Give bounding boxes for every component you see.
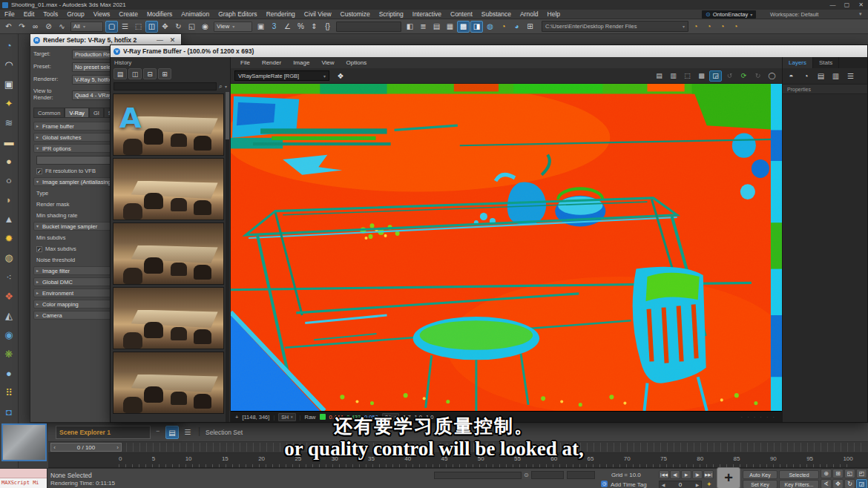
vray-mesh-light-icon[interactable]: ◗ [0, 190, 18, 209]
next-frame-button[interactable]: |▶ [692, 470, 703, 479]
menu-item[interactable]: Graph Editors [214, 10, 261, 18]
close-button[interactable]: ✕ [854, 1, 868, 8]
close-icon[interactable]: ✕ [167, 36, 178, 44]
menu-item[interactable]: Create [114, 10, 142, 18]
vray-fur-icon[interactable]: ❋ [0, 344, 18, 363]
vray-frame-icon[interactable]: ▣ [0, 74, 18, 93]
select-object-icon[interactable]: ▢ [105, 21, 118, 33]
coordinate-y-field[interactable] [567, 471, 595, 479]
history-search-input[interactable] [114, 82, 217, 90]
vfb-titlebar[interactable]: V V-Ray Frame Buffer - (100.0% of 1200 x… [111, 45, 867, 57]
use-pivot-center-icon[interactable]: ▣ [254, 21, 267, 33]
select-and-link-icon[interactable]: ∞ [29, 21, 42, 33]
vray-sphere-light-icon[interactable]: ● [0, 151, 18, 171]
snap-toggle-icon[interactable]: 3 [268, 21, 280, 33]
vray-sphere2-icon[interactable]: ● [0, 363, 18, 383]
select-and-move-icon[interactable]: ✥ [159, 21, 171, 33]
maxscript-macro-line[interactable] [0, 469, 47, 478]
select-and-rotate-icon[interactable]: ↻ [172, 21, 185, 33]
vray-displacement-icon[interactable]: ◭ [0, 306, 18, 325]
menu-item[interactable]: Interactive [408, 10, 446, 18]
menu-item[interactable]: Substance [477, 10, 516, 18]
maxscript-text[interactable]: MAXScript Mi [0, 478, 47, 488]
minimize-button[interactable]: — [154, 36, 165, 44]
grid-icon[interactable]: ⊞ [524, 21, 536, 33]
layer-save-icon[interactable]: ◓ [784, 70, 798, 83]
history-thumbnail[interactable] [113, 158, 224, 220]
layer-folder-icon[interactable]: ▥ [829, 70, 843, 83]
vray-dome-light-icon[interactable]: ○ [0, 171, 18, 190]
current-frame-spinner[interactable]: ◀ 0 ▶ [659, 481, 702, 488]
save-image-icon[interactable]: ▤ [653, 70, 665, 82]
minimize-button[interactable]: — [826, 1, 840, 8]
vray-instancer-icon[interactable]: ⠿ [0, 383, 18, 402]
select-and-scale-icon[interactable]: ◱ [185, 21, 198, 33]
maximize-button[interactable]: ▢ [840, 1, 854, 8]
layer-list-icon[interactable]: ☰ [844, 70, 858, 83]
layer-create-icon[interactable]: ▤ [814, 70, 828, 83]
history-thumbnail[interactable] [113, 352, 224, 414]
render-setup-tab[interactable]: V-Ray [65, 108, 88, 118]
material-editor-icon[interactable]: ◍ [484, 21, 496, 33]
set-key-button[interactable]: Set Key [743, 480, 777, 488]
render-setup-icon[interactable]: ◔ [497, 21, 510, 33]
vfb-menu-item[interactable]: Options [341, 59, 373, 66]
vray-render-preset-icon-4[interactable]: ◔ [729, 21, 742, 33]
vray-light-icon[interactable]: ✦ [0, 93, 18, 113]
tab-stats[interactable]: Stats [813, 57, 839, 68]
zoom-extents-icon[interactable]: ◱ [844, 469, 855, 478]
undo-icon[interactable]: ↶ [2, 21, 15, 33]
orbit-icon[interactable]: ↻ [844, 479, 855, 488]
fov-icon[interactable]: ∢ [821, 479, 832, 488]
menu-item[interactable]: Edit [19, 10, 39, 18]
redo-icon[interactable]: ↷ [16, 21, 28, 33]
vfb-menu-item[interactable]: View [315, 59, 340, 66]
key-filters-button[interactable]: Key Filters... [779, 480, 819, 488]
menu-item[interactable]: Scripting [375, 10, 408, 18]
menu-item[interactable]: Content [446, 10, 477, 18]
menu-item[interactable]: Customize [336, 10, 375, 18]
follow-mouse-icon[interactable]: ▩ [695, 70, 708, 82]
key-mode-icon[interactable]: ✦ [706, 481, 712, 488]
zoom-extents-all-icon[interactable]: ◰ [856, 469, 867, 478]
history-ab-horizontal-icon[interactable]: ◫ [128, 68, 142, 79]
play-button[interactable]: ▶ [681, 470, 691, 479]
curve-editor-icon[interactable]: ▩ [457, 21, 470, 33]
vfb-menu-item[interactable]: File [234, 59, 256, 66]
menu-item[interactable]: Views [89, 10, 115, 18]
layer-explorer-icon[interactable]: ▤ [430, 21, 443, 33]
history-options-icon[interactable]: ⊞ [158, 68, 171, 79]
account-button[interactable]: ⊙ OntonEnactay ▾ [702, 10, 756, 19]
menu-item[interactable]: Animation [177, 10, 214, 18]
crossing-selection-icon[interactable]: ◫ [145, 21, 158, 33]
layer-copy-icon[interactable]: ◔ [799, 70, 813, 83]
bind-to-space-warp-icon[interactable]: ∿ [56, 21, 68, 33]
key-selection-dropdown[interactable]: Selected [779, 470, 819, 479]
toggle-ribbon-icon[interactable]: ▦ [444, 21, 456, 33]
history-thumbnail[interactable] [113, 287, 224, 349]
zoom-icon[interactable]: ⊕ [821, 469, 832, 478]
go-to-end-button[interactable]: ▶▶| [703, 470, 714, 479]
zoom-all-icon[interactable]: ⊞ [832, 469, 844, 478]
previous-frame-button[interactable]: ◀| [670, 470, 680, 479]
checkbox-checked[interactable]: ✓ [36, 168, 42, 174]
vfb-menu-item[interactable]: Image [287, 59, 315, 66]
history-scrollbar[interactable] [226, 92, 229, 422]
region-render-icon[interactable]: ⬚ [681, 70, 694, 82]
coordinate-x-field[interactable] [531, 471, 564, 479]
history-save-icon[interactable]: ▤ [114, 68, 127, 79]
vray-earth-icon[interactable]: ◉ [0, 325, 18, 344]
edit-named-selections-icon[interactable]: {} [321, 21, 334, 33]
render-setup-tab[interactable]: GI [89, 108, 104, 118]
vray-dome-icon[interactable]: ◠ [0, 55, 18, 74]
vray-sun-icon[interactable]: ✹ [0, 228, 18, 248]
menu-item[interactable]: Help [543, 10, 565, 18]
menu-item[interactable]: Group [62, 10, 89, 18]
named-selection-field[interactable] [336, 22, 401, 32]
angle-snap-icon[interactable]: ∠ [281, 21, 294, 33]
coordinate-lock-icon[interactable]: ⊙ [524, 472, 529, 478]
workspace-selector[interactable]: Workspace: Default [770, 11, 818, 18]
vray-render-preset-icon-2[interactable]: ◔ [703, 21, 715, 33]
vray-spheres-icon[interactable]: ❖ [0, 286, 18, 306]
render-last-icon[interactable]: ↺ [723, 70, 736, 82]
